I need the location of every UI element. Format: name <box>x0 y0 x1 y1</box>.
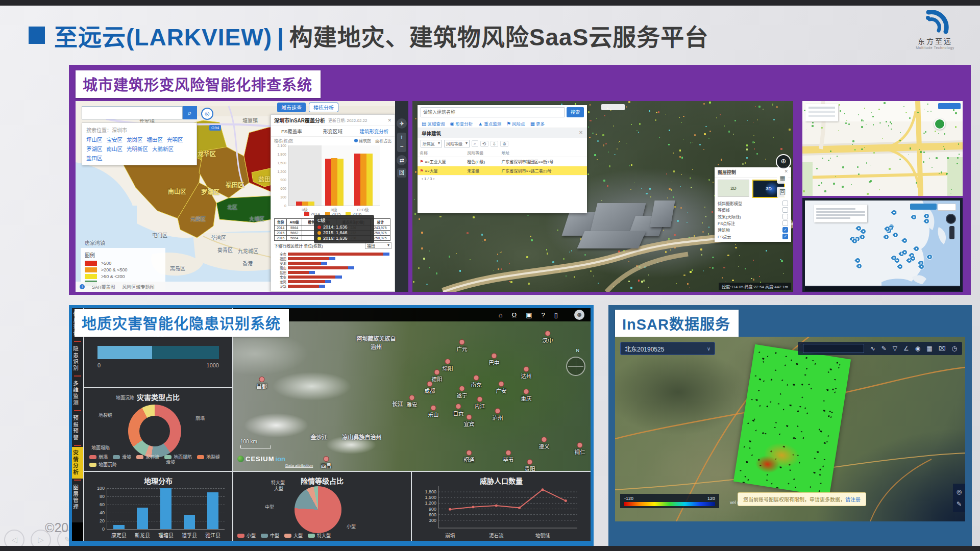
edit-icon[interactable]: ✎ <box>881 345 887 352</box>
table-row[interactable]: ⚑ ××工业大厦橙色(C级)广东省深圳市福田区××街1号 <box>418 157 587 166</box>
district-link[interactable]: 宝安区 <box>107 136 123 143</box>
snapshot-icon[interactable]: 回 <box>397 168 406 178</box>
basemap-2d-thumb[interactable]: 2D <box>718 180 749 197</box>
primary-action-chip[interactable] <box>910 204 937 210</box>
district-link[interactable]: 光明新区 <box>127 145 148 153</box>
close-icon[interactable]: ✕ <box>387 118 391 123</box>
filter-action-icon[interactable]: ⊕ <box>500 141 508 147</box>
sidebar-item[interactable]: 多维监测 <box>72 378 83 409</box>
layer-row[interactable]: 建筑物✓ <box>715 227 791 233</box>
compass-icon[interactable] <box>566 357 585 376</box>
close-icon[interactable]: ✕ <box>579 130 583 137</box>
chart-toggle[interactable]: 建筑数 <box>354 138 371 143</box>
district-hbar-chart: 全市福田罗湖南山盐田宝安龙岗龙华 <box>271 251 395 288</box>
register-link[interactable]: 请注册 <box>845 497 861 503</box>
insar-search-input[interactable] <box>803 344 864 353</box>
compass-icon[interactable] <box>946 214 956 224</box>
layer-row[interactable]: 效果(天际线) <box>715 213 791 220</box>
layer-row[interactable]: FS点云✓ <box>715 233 791 240</box>
legend-item: 地面沉降 <box>89 461 117 468</box>
filter-action-icon[interactable]: ⇩ <box>491 141 499 147</box>
layer-row[interactable]: FS点标注 <box>715 220 791 227</box>
filter-select[interactable]: 所属区▾ <box>421 140 442 147</box>
toolbar-item[interactable]: ▤区域查询 <box>422 120 445 127</box>
filter-action-icon[interactable]: ⟲ <box>480 141 488 147</box>
logo-text: 东方至远 <box>904 36 966 46</box>
add-icon[interactable]: ⊕ <box>776 154 791 169</box>
toolbar-item[interactable]: ⚑风险点 <box>506 120 525 127</box>
popup-tab[interactable]: FS覆盖率 <box>271 126 312 136</box>
zoom-controls[interactable] <box>949 226 954 239</box>
table-row[interactable]: ⚑ ××大厦未定级广东省深圳市××路二巷23号 <box>418 166 587 176</box>
swap-icon[interactable]: ⇄ <box>397 155 407 165</box>
filter-icon[interactable]: ▽ <box>893 345 897 352</box>
home-icon[interactable]: ⌂ <box>499 311 503 319</box>
chart-toggle[interactable]: 面积占比 <box>375 138 391 143</box>
filter-select[interactable]: 风险等级▾ <box>444 140 470 147</box>
sidebar-item[interactable]: 预报预警 <box>72 412 83 444</box>
history-icon[interactable]: ◷ <box>952 345 957 352</box>
image-icon[interactable]: ▣ <box>526 311 532 319</box>
district-link[interactable]: 盐田区 <box>86 154 103 162</box>
layer-checkbox[interactable]: ✓ <box>782 234 788 239</box>
secondary-action-chip[interactable] <box>938 204 956 211</box>
help-icon[interactable]: ? <box>542 311 545 319</box>
table-footer-label: 下辖行政区统计 单位(栋数) <box>274 243 323 248</box>
district-link[interactable]: 南山区 <box>107 145 123 153</box>
district-link[interactable]: 光明区 <box>167 136 183 143</box>
district-link[interactable]: 大鹏新区 <box>152 145 174 153</box>
building-search-button[interactable]: 搜索 <box>567 107 584 117</box>
avatar[interactable]: ☻ <box>574 310 584 320</box>
layer-checkbox[interactable] <box>782 220 788 226</box>
district-link[interactable]: 龙岗区 <box>127 136 143 143</box>
popup-tab[interactable]: 形变区域 <box>312 126 354 136</box>
chip-building-analysis[interactable]: 楼栋分析 <box>309 103 338 112</box>
sidebar-item[interactable]: 灾情分析 <box>72 447 83 479</box>
y-tick-label: 1,500 <box>277 161 286 164</box>
locate-icon[interactable]: ◎ <box>201 108 213 120</box>
delete-icon[interactable]: ⌧ <box>939 345 946 352</box>
data-attribution-link[interactable]: Data attribution <box>285 463 313 468</box>
sidebar-item[interactable]: 隐患识别 <box>72 343 83 374</box>
chip-city-scan[interactable]: 城市速查 <box>277 103 306 112</box>
layer-checkbox[interactable] <box>782 214 788 219</box>
pagination[interactable]: ‹ 1 / 3 › <box>418 176 587 182</box>
legend-item: 滑坡 <box>113 454 131 460</box>
layers-icon[interactable]: ▦ <box>926 345 932 352</box>
compass-icon[interactable]: ◎ <box>953 486 965 498</box>
district-link[interactable]: 福田区 <box>147 136 163 143</box>
navigate-icon[interactable]: ✈ <box>397 118 407 129</box>
layer-row[interactable]: 等值线 <box>715 207 791 213</box>
insar-toolbar: ∿✎▽∠◉▦⌧◷ <box>798 342 962 355</box>
toolbar-item[interactable]: ▲重点监测 <box>478 120 501 127</box>
snapshot-icon[interactable]: 回 <box>777 187 788 198</box>
footer-tab[interactable]: SAR覆盖图 <box>92 284 115 290</box>
popup-tab[interactable]: 建筑形变分析 <box>353 126 395 136</box>
layer-row[interactable]: 倾斜摄影模型 <box>715 200 791 207</box>
filter-action-icon[interactable]: ⌕ <box>472 140 478 147</box>
chart-icon[interactable]: ∿ <box>870 345 875 352</box>
layers-icon[interactable]: ▦ <box>777 172 788 184</box>
cluster-marker[interactable] <box>934 118 945 130</box>
district-link[interactable]: 坪山区 <box>86 136 103 143</box>
device-icon[interactable]: ▯ <box>554 311 558 319</box>
toolbar-item[interactable]: ▦更多 <box>530 120 545 127</box>
district-link[interactable]: 罗湖区 <box>86 145 103 153</box>
globe-icon[interactable]: ◉ <box>915 345 920 352</box>
layer-checkbox[interactable] <box>782 201 788 206</box>
toolbar-item[interactable]: ◉形变分析 <box>450 120 473 127</box>
date-dropdown[interactable]: 北东20190525 ∨ <box>620 342 715 355</box>
building-search-input[interactable] <box>421 107 565 117</box>
bell-icon[interactable]: Ω <box>512 311 517 319</box>
search-icon[interactable]: ⌕ <box>183 106 197 119</box>
layer-checkbox[interactable]: ✓ <box>782 227 788 233</box>
footer-tab[interactable]: 风险区域专题图 <box>122 284 155 290</box>
measure-icon[interactable]: ∠ <box>903 345 909 352</box>
zoom-controls[interactable]: +− <box>397 133 406 152</box>
layer-checkbox[interactable] <box>782 207 788 213</box>
map-action-chip[interactable] <box>938 103 961 109</box>
search-input[interactable] <box>82 106 183 119</box>
draw-icon[interactable]: ✎ <box>953 498 965 510</box>
legend-item: >500 <box>85 261 161 266</box>
sidebar-item[interactable]: 图层管理 <box>72 482 83 513</box>
